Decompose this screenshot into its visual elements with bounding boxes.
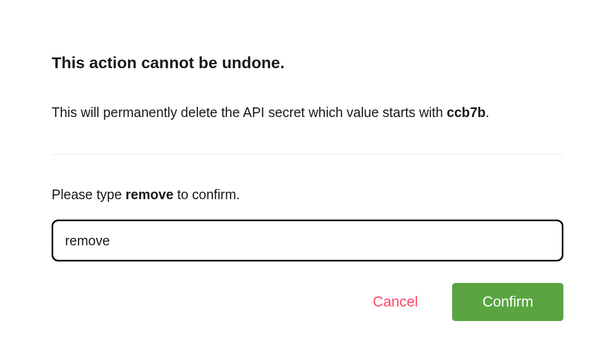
cancel-button[interactable]: Cancel — [364, 289, 426, 315]
confirm-button[interactable]: Confirm — [452, 283, 563, 321]
button-row: Cancel Confirm — [52, 283, 563, 321]
prompt-suffix: to confirm. — [174, 187, 240, 202]
prompt-keyword: remove — [126, 187, 174, 202]
dialog-description: This will permanently delete the API sec… — [52, 103, 563, 122]
description-value: ccb7b — [447, 105, 485, 120]
divider — [52, 154, 563, 155]
description-prefix: This will permanently delete the API sec… — [52, 105, 447, 120]
confirm-input[interactable] — [52, 220, 563, 261]
confirmation-dialog: This action cannot be undone. This will … — [52, 54, 563, 321]
dialog-title: This action cannot be undone. — [52, 54, 563, 72]
description-suffix: . — [485, 105, 489, 120]
confirm-prompt: Please type remove to confirm. — [52, 187, 563, 202]
prompt-prefix: Please type — [52, 187, 126, 202]
